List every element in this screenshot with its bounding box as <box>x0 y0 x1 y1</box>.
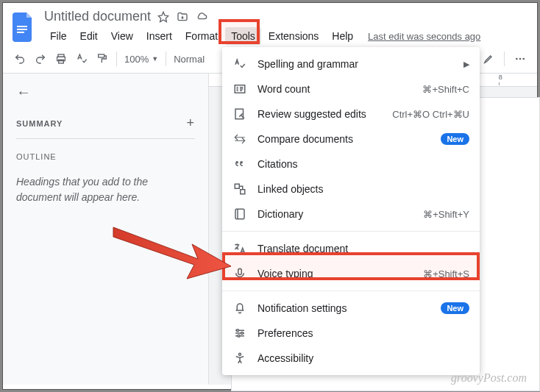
paint-format-button[interactable] <box>93 49 112 68</box>
svg-point-17 <box>241 332 244 335</box>
menu-tools[interactable]: Tools <box>225 27 261 45</box>
submenu-arrow-icon: ▶ <box>463 60 469 69</box>
outline-label: OUTLINE <box>16 152 195 161</box>
translate-icon <box>232 242 247 255</box>
svg-rect-13 <box>241 190 245 194</box>
summary-label: SUMMARY <box>16 119 63 128</box>
more-toolbar-button[interactable] <box>511 49 530 68</box>
last-edit-link[interactable]: Last edit was seconds ago <box>368 28 480 45</box>
word-count-icon <box>232 82 247 96</box>
watermark: groovyPost.com <box>451 371 527 385</box>
menu-compare-documents[interactable]: Compare documents New <box>222 126 480 152</box>
print-button[interactable] <box>51 49 71 68</box>
accessibility-icon <box>232 352 247 365</box>
menu-review-suggested-edits[interactable]: Review suggested edits Ctrl+⌘O Ctrl+⌘U <box>222 101 480 126</box>
menubar: File Edit View Insert Format Tools Exten… <box>44 27 530 45</box>
document-title[interactable]: Untitled document <box>44 9 151 24</box>
tools-menu-dropdown: Spelling and grammar ▶ Word count ⌘+Shif… <box>222 47 480 375</box>
menu-view[interactable]: View <box>105 27 139 45</box>
menu-accessibility[interactable]: Accessibility <box>222 346 480 371</box>
menu-citations[interactable]: Citations <box>222 152 480 177</box>
bell-icon <box>232 302 247 315</box>
menu-file[interactable]: File <box>44 27 73 45</box>
svg-point-8 <box>519 58 522 60</box>
cloud-status-icon[interactable] <box>195 10 208 24</box>
spellcheck-icon <box>232 57 247 71</box>
menu-linked-objects[interactable]: Linked objects <box>222 177 480 202</box>
spellcheck-button[interactable] <box>72 49 91 68</box>
undo-button[interactable] <box>10 49 29 68</box>
menu-insert[interactable]: Insert <box>141 27 178 45</box>
menu-notification-settings[interactable]: Notification settings New <box>222 296 480 321</box>
new-badge: New <box>441 133 469 145</box>
citations-icon <box>232 157 247 171</box>
menu-extensions[interactable]: Extensions <box>263 27 324 45</box>
menu-voice-typing[interactable]: Voice typing ⌘+Shift+S <box>222 261 480 286</box>
new-badge: New <box>441 302 469 314</box>
menu-spelling-grammar[interactable]: Spelling and grammar ▶ <box>222 51 480 76</box>
svg-rect-15 <box>238 268 242 274</box>
move-folder-icon[interactable] <box>176 10 189 24</box>
redo-button[interactable] <box>31 49 50 68</box>
add-summary-button[interactable]: + <box>186 115 195 131</box>
svg-point-7 <box>516 58 518 60</box>
svg-rect-0 <box>17 26 27 27</box>
menu-word-count[interactable]: Word count ⌘+Shift+C <box>222 76 480 101</box>
collapse-outline-button[interactable]: ← <box>16 84 195 101</box>
menu-preferences[interactable]: Preferences <box>222 321 480 346</box>
review-edits-icon <box>232 107 247 121</box>
zoom-select[interactable]: 100%▼ <box>121 54 161 65</box>
svg-point-19 <box>239 353 241 355</box>
menu-translate-document[interactable]: Translate document <box>222 236 480 261</box>
svg-rect-6 <box>99 54 104 57</box>
mic-icon <box>232 267 247 280</box>
outline-help-text: Headings that you add to the document wi… <box>16 174 195 205</box>
svg-rect-12 <box>235 184 239 188</box>
outline-sidebar: ← SUMMARY + OUTLINE Headings that you ad… <box>3 74 209 385</box>
svg-rect-14 <box>235 209 244 219</box>
paragraph-style-select[interactable]: Normal <box>171 54 207 65</box>
linked-objects-icon <box>232 182 247 196</box>
svg-point-16 <box>237 329 239 332</box>
svg-point-9 <box>522 58 525 60</box>
compare-icon <box>232 132 247 146</box>
highlight-color-button[interactable] <box>479 49 498 68</box>
menu-edit[interactable]: Edit <box>74 27 104 45</box>
svg-point-18 <box>238 335 240 337</box>
svg-rect-2 <box>17 32 24 33</box>
svg-rect-1 <box>17 29 27 30</box>
dictionary-icon <box>232 207 247 221</box>
menu-dictionary[interactable]: Dictionary ⌘+Shift+Y <box>222 202 480 227</box>
menu-help[interactable]: Help <box>326 27 359 45</box>
menu-format[interactable]: Format <box>180 27 224 45</box>
docs-logo-icon[interactable] <box>10 11 37 43</box>
star-icon[interactable] <box>157 10 170 24</box>
preferences-icon <box>232 327 247 340</box>
